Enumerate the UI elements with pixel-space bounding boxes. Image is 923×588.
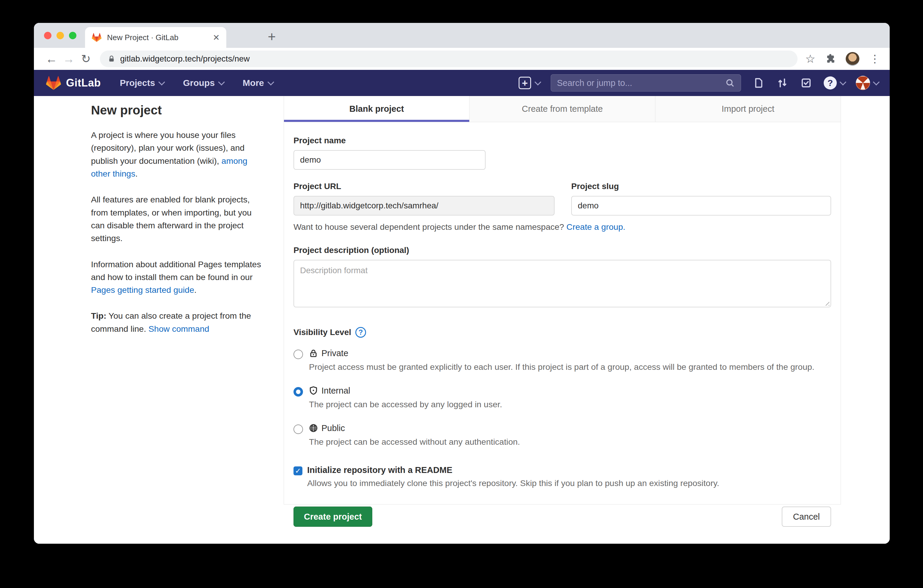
back-icon[interactable]: ←: [43, 52, 60, 66]
gitlab-logo-icon: [46, 76, 61, 90]
project-slug-input[interactable]: [571, 196, 831, 215]
new-project-sidebar: New project A project is where you house…: [91, 103, 261, 348]
visibility-option-private: Private Project access must be granted e…: [294, 348, 831, 373]
visibility-option-internal: Internal The project can be accessed by …: [294, 386, 831, 411]
project-slug-label: Project slug: [571, 182, 831, 191]
minimize-window-button[interactable]: [56, 32, 64, 39]
help-icon: ?: [824, 76, 837, 89]
create-a-group-link[interactable]: Create a group.: [567, 222, 625, 232]
readme-checkbox-checked-icon[interactable]: ✓: [294, 466, 302, 475]
forward-icon[interactable]: →: [60, 52, 77, 66]
browser-toolbar: ← → ↻ gitlab.widgetcorp.tech/projects/ne…: [34, 48, 890, 70]
browser-tab-strip: New Project · GitLab ✕ +: [34, 23, 890, 48]
help-menu[interactable]: ?: [824, 76, 844, 89]
zoom-window-button[interactable]: [69, 32, 76, 39]
browser-menu-icon[interactable]: ⋮: [869, 53, 881, 65]
visibility-level-label: Visibility Level ?: [294, 327, 366, 338]
url-text: gitlab.widgetcorp.tech/projects/new: [120, 54, 250, 64]
issues-icon[interactable]: [752, 77, 765, 89]
menu-groups[interactable]: Groups: [183, 78, 223, 88]
project-url-input[interactable]: [294, 196, 555, 215]
menu-more[interactable]: More: [243, 78, 273, 88]
menu-groups-label: Groups: [183, 78, 215, 88]
radio-private[interactable]: [294, 350, 303, 359]
namespace-hint: Want to house several dependent projects…: [294, 222, 831, 232]
readme-description: Allows you to immediately clone this pro…: [307, 478, 831, 488]
address-bar[interactable]: gitlab.widgetcorp.tech/projects/new: [100, 51, 798, 67]
pages-guide-link[interactable]: Pages getting started guide: [91, 285, 194, 295]
search-icon: [725, 78, 735, 88]
tip-label: Tip:: [91, 311, 107, 320]
plus-square-icon: +: [519, 77, 531, 89]
chevron-down-icon: [840, 79, 847, 85]
visibility-option-label: Internal: [322, 386, 350, 396]
chevron-down-icon: [873, 79, 880, 85]
project-name-input[interactable]: [294, 150, 486, 170]
radio-internal[interactable]: [294, 387, 303, 397]
visibility-label-text: Visibility Level: [294, 328, 351, 337]
page-title: New project: [91, 103, 261, 117]
new-item-menu[interactable]: +: [519, 77, 539, 89]
project-description-label: Project description (optional): [294, 246, 831, 255]
project-url-label: Project URL: [294, 182, 555, 191]
sidebar-paragraph: A project is where you house your files …: [91, 129, 261, 180]
chevron-down-icon: [535, 79, 542, 85]
browser-tab[interactable]: New Project · GitLab ✕: [85, 27, 226, 48]
show-command-link[interactable]: Show command: [148, 324, 209, 333]
readme-section: ✓ Initialize repository with a README Al…: [294, 465, 831, 488]
gitlab-favicon-icon: [92, 33, 102, 42]
sidebar-paragraph: Information about additional Pages templ…: [91, 258, 261, 297]
hint-text: Want to house several dependent projects…: [294, 222, 567, 232]
extensions-icon[interactable]: [826, 54, 836, 64]
cancel-button[interactable]: Cancel: [782, 507, 831, 527]
blank-project-form: Project name Project URL Project slug Wa…: [284, 122, 841, 527]
tab-create-from-template[interactable]: Create from template: [469, 96, 655, 122]
visibility-option-description: Project access must be granted explicitl…: [309, 361, 815, 373]
brand-name: GitLab: [66, 77, 101, 89]
gitlab-navbar: GitLab Projects Groups More +: [34, 70, 890, 96]
new-tab-button[interactable]: +: [263, 28, 281, 46]
tab-import-project[interactable]: Import project: [655, 96, 841, 122]
visibility-option-public: Public The project can be accessed witho…: [294, 423, 831, 448]
project-description-textarea[interactable]: [294, 260, 831, 307]
reload-icon[interactable]: ↻: [77, 52, 95, 66]
browser-window: New Project · GitLab ✕ + ← → ↻ gitlab.wi…: [34, 23, 890, 544]
question-circle-icon[interactable]: ?: [355, 327, 366, 338]
shield-icon: [309, 386, 318, 395]
visibility-option-label: Private: [322, 348, 348, 358]
create-project-button[interactable]: Create project: [294, 507, 372, 527]
browser-profile-avatar[interactable]: [846, 52, 859, 66]
visibility-option-description: The project can be accessed by any logge…: [309, 398, 502, 411]
paragraph-text: Information about additional Pages templ…: [91, 260, 261, 282]
menu-projects-label: Projects: [120, 78, 155, 88]
paragraph-text: .: [135, 169, 138, 178]
form-actions: Create project Cancel: [294, 507, 831, 527]
tab-blank-project[interactable]: Blank project: [284, 96, 469, 122]
visibility-options: Private Project access must be granted e…: [294, 348, 831, 448]
sidebar-tip: Tip: You can also create a project from …: [91, 309, 261, 335]
new-project-panel: Blank project Create from template Impor…: [284, 96, 841, 504]
readme-label: Initialize repository with a README: [307, 465, 452, 475]
project-type-tabs: Blank project Create from template Impor…: [284, 96, 841, 122]
search-input[interactable]: [557, 78, 725, 88]
global-search[interactable]: [551, 74, 741, 92]
user-avatar: [856, 76, 870, 90]
radio-public[interactable]: [294, 424, 303, 434]
site-lock-icon: [108, 55, 115, 63]
close-window-button[interactable]: [44, 32, 51, 39]
project-name-label: Project name: [294, 136, 831, 145]
menu-projects[interactable]: Projects: [120, 78, 163, 88]
gitlab-brand[interactable]: GitLab: [46, 76, 101, 90]
tab-close-icon[interactable]: ✕: [213, 33, 220, 43]
sidebar-paragraph: All features are enabled for blank proje…: [91, 193, 261, 245]
lock-icon: [309, 349, 318, 358]
chevron-down-icon: [158, 79, 165, 85]
merge-requests-icon[interactable]: [776, 77, 788, 89]
chevron-down-icon: [218, 79, 225, 85]
chevron-down-icon: [267, 79, 274, 85]
user-menu[interactable]: [856, 76, 878, 90]
todos-icon[interactable]: [800, 77, 812, 89]
bookmark-star-icon[interactable]: ☆: [805, 52, 815, 66]
visibility-option-label: Public: [322, 423, 345, 433]
paragraph-text: .: [194, 285, 197, 295]
